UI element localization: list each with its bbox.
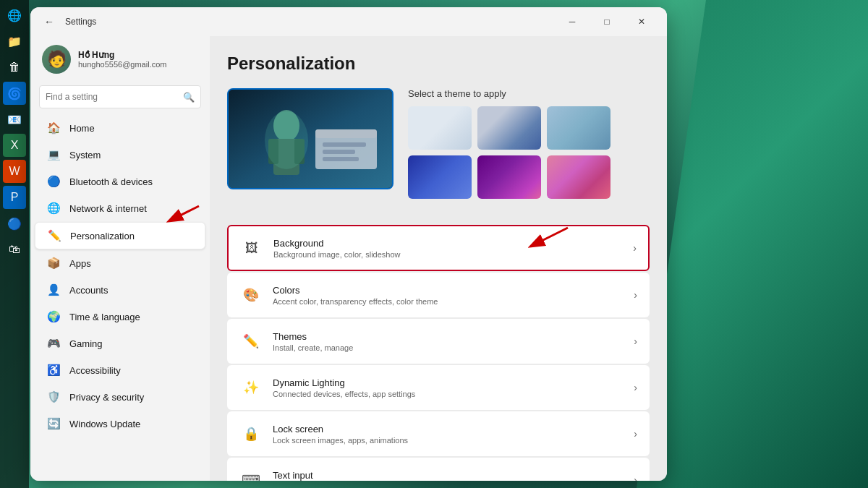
taskbar-icon-6[interactable]: X	[3, 134, 26, 157]
sidebar-item-apps[interactable]: 📦 Apps	[35, 250, 205, 276]
minimize-button[interactable]: ─	[556, 10, 589, 33]
sidebar-item-label: Privacy & security	[69, 392, 144, 403]
theme-preview-image	[229, 90, 392, 188]
gaming-icon: 🎮	[46, 336, 61, 351]
sidebar-item-label: Accounts	[69, 285, 108, 296]
sidebar-item-gaming[interactable]: 🎮 Gaming	[35, 330, 205, 356]
settings-window: ← Settings ─ □ ✕ 🧑 Hồ Hưng hungho5556@gm…	[30, 7, 667, 481]
sidebar-item-accessibility[interactable]: ♿ Accessibility	[35, 357, 205, 383]
sidebar-item-time[interactable]: 🌍 Time & language	[35, 304, 205, 330]
theme-option-1[interactable]	[408, 106, 472, 150]
colors-icon: 🎨	[239, 283, 263, 307]
network-icon: 🌐	[46, 201, 61, 215]
windows-update-icon: 🔄	[46, 416, 61, 431]
sidebar-item-label: Network & internet	[69, 203, 147, 214]
svg-rect-9	[323, 142, 366, 147]
setting-name-background: Background	[273, 238, 633, 249]
sidebar-item-personalization[interactable]: ✏️ Personalization	[35, 222, 205, 249]
theme-option-4[interactable]	[408, 155, 472, 199]
theme-section: Select a theme to apply	[227, 88, 650, 199]
taskbar-icon-2[interactable]: 📁	[3, 30, 26, 53]
setting-name-lock-screen: Lock screen	[273, 424, 634, 435]
home-icon: 🏠	[46, 121, 61, 135]
taskbar-icon-7[interactable]: W	[3, 160, 26, 183]
taskbar-icon-5[interactable]: 📧	[3, 108, 26, 131]
taskbar-icon-chrome[interactable]: 🔵	[3, 212, 26, 235]
user-info: Hồ Hưng hungho5556@gmail.com	[78, 50, 166, 69]
content-area: Personalization	[210, 36, 667, 481]
title-bar: ← Settings ─ □ ✕	[30, 7, 667, 36]
setting-text-lock-screen: Lock screen Lock screen images, apps, an…	[273, 424, 634, 445]
user-email: hungho5556@gmail.com	[78, 60, 166, 69]
chevron-icon-lock-screen: ›	[634, 428, 637, 440]
text-input-icon: ⌨	[239, 468, 263, 481]
sidebar-item-home[interactable]: 🏠 Home	[35, 115, 205, 141]
theme-select-label: Select a theme to apply	[408, 88, 650, 99]
taskbar-icon-edge[interactable]: 🌀	[3, 82, 26, 105]
setting-item-text-input[interactable]: ⌨ Text input Touch keyboard, voice typin…	[227, 458, 650, 481]
main-content: 🧑 Hồ Hưng hungho5556@gmail.com 🔍 🏠 Home …	[30, 36, 667, 481]
current-theme-preview[interactable]	[227, 88, 393, 189]
setting-item-background[interactable]: 🖼 Background Background image, color, sl…	[227, 225, 650, 271]
setting-name-themes: Themes	[273, 331, 634, 342]
setting-desc-themes: Install, create, manage	[273, 343, 634, 352]
sidebar-item-label: Windows Update	[69, 419, 140, 429]
dynamic-lighting-icon: ✨	[239, 376, 263, 399]
setting-text-themes: Themes Install, create, manage	[273, 331, 634, 352]
setting-item-lock-screen[interactable]: 🔒 Lock screen Lock screen images, apps, …	[227, 411, 650, 456]
chevron-icon-themes: ›	[634, 335, 637, 347]
apps-icon: 📦	[46, 256, 61, 270]
theme-option-2[interactable]	[477, 106, 541, 150]
setting-text-colors: Colors Accent color, transparency effect…	[273, 285, 634, 306]
sidebar-item-system[interactable]: 💻 System	[35, 142, 205, 168]
sidebar-item-label: Accessibility	[69, 365, 121, 376]
sidebar-item-label: Personalization	[70, 231, 135, 241]
setting-text-dynamic-lighting: Dynamic Lighting Connected devices, effe…	[273, 377, 634, 398]
taskbar-icon-3[interactable]: 🗑	[3, 56, 26, 79]
sidebar-item-accounts[interactable]: 👤 Accounts	[35, 277, 205, 303]
sidebar-item-label: System	[69, 150, 101, 160]
back-button[interactable]: ←	[39, 12, 59, 32]
taskbar-icon-10[interactable]: 🛍	[3, 238, 26, 261]
search-box[interactable]: 🔍	[39, 85, 201, 108]
system-icon: 💻	[46, 147, 61, 162]
theme-option-6[interactable]	[547, 155, 610, 199]
search-icon: 🔍	[183, 92, 195, 103]
setting-text-text-input: Text input Touch keyboard, voice typing,…	[273, 470, 634, 481]
window-controls: ─ □ ✕	[556, 10, 658, 33]
setting-desc-dynamic-lighting: Connected devices, effects, app settings	[273, 390, 634, 398]
sidebar-item-privacy[interactable]: 🛡️ Privacy & security	[35, 384, 205, 410]
sidebar: 🧑 Hồ Hưng hungho5556@gmail.com 🔍 🏠 Home …	[30, 36, 210, 481]
accounts-icon: 👤	[46, 283, 61, 297]
search-input[interactable]	[46, 92, 179, 102]
taskbar-icon-1[interactable]: 🌐	[3, 4, 26, 27]
sidebar-item-label: Time & language	[69, 312, 140, 322]
sidebar-item-windows-update[interactable]: 🔄 Windows Update	[35, 411, 205, 437]
sidebar-item-bluetooth[interactable]: 🔵 Bluetooth & devices	[35, 168, 205, 194]
user-profile[interactable]: 🧑 Hồ Hưng hungho5556@gmail.com	[30, 36, 210, 82]
theme-option-5[interactable]	[477, 155, 541, 199]
svg-rect-10	[323, 150, 355, 154]
themes-icon: ✏️	[239, 330, 263, 353]
setting-item-dynamic-lighting[interactable]: ✨ Dynamic Lighting Connected devices, ef…	[227, 365, 650, 410]
personalization-icon: ✏️	[47, 228, 61, 243]
chevron-icon-dynamic-lighting: ›	[634, 382, 637, 393]
settings-list: 🖼 Background Background image, color, sl…	[227, 213, 650, 481]
setting-desc-lock-screen: Lock screen images, apps, animations	[273, 436, 634, 445]
maximize-button[interactable]: □	[590, 10, 624, 33]
sidebar-item-network[interactable]: 🌐 Network & internet	[35, 195, 205, 221]
lock-screen-icon: 🔒	[239, 422, 263, 445]
setting-desc-background: Background image, color, slideshow	[273, 250, 633, 259]
taskbar-icon-8[interactable]: P	[3, 186, 26, 209]
window-title: Settings	[65, 17, 556, 27]
chevron-icon-text-input: ›	[634, 474, 637, 481]
close-button[interactable]: ✕	[625, 10, 658, 33]
svg-rect-11	[323, 157, 359, 161]
theme-option-3[interactable]	[547, 106, 610, 150]
accessibility-icon: ♿	[46, 363, 61, 377]
setting-item-colors[interactable]: 🎨 Colors Accent color, transparency effe…	[227, 273, 650, 317]
sidebar-item-label: Bluetooth & devices	[69, 176, 153, 187]
time-icon: 🌍	[46, 309, 61, 324]
svg-rect-8	[315, 129, 377, 138]
setting-item-themes[interactable]: ✏️ Themes Install, create, manage ›	[227, 319, 650, 364]
